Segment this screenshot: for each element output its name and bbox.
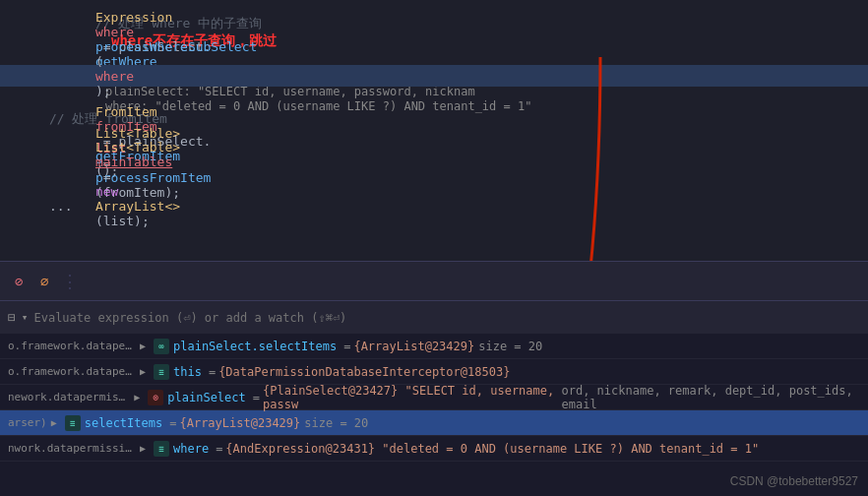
code-editor: // 处理 where 中的子查询 where不存在子查询，跳过 Express… <box>0 0 868 261</box>
var-type-icon: ⊙ <box>148 390 163 405</box>
var-type-icon: ≡ <box>154 441 169 457</box>
debug-stop-icon[interactable]: ⊘ <box>10 273 28 290</box>
filter-bar: ⊟ ▾ <box>0 300 868 334</box>
var-type-icon: ≡ <box>154 364 169 380</box>
toolbar-separator: ⋮ <box>61 271 79 291</box>
code-line-blank2: ... <box>0 195 868 217</box>
var-type-icon: ∞ <box>154 339 169 354</box>
filter-icon[interactable]: ⊟ <box>8 310 16 325</box>
variable-row[interactable]: o.framework.dataperm ▶ ≡ this = {DataPer… <box>0 359 868 385</box>
debug-area: ⊘ ∅ ⋮ ⊟ ▾ o.framework.dataperm ▶ ∞ plain… <box>0 261 868 496</box>
watermark: CSDN @tobebetter9527 <box>730 474 858 488</box>
variables-area: o.framework.dataperm ▶ ∞ plainSelect.sel… <box>0 334 868 496</box>
debug-step-icon[interactable]: ∅ <box>35 273 53 290</box>
variable-row-where[interactable]: nwork.datapermission.c ▶ ≡ where = {AndE… <box>0 436 868 462</box>
code-line-maintables: List<Table> mainTables = new ArrayList<>… <box>0 173 868 195</box>
debug-toolbar: ⊘ ∅ ⋮ <box>0 261 868 300</box>
filter-chevron-icon[interactable]: ▾ <box>22 311 29 324</box>
evaluate-input[interactable] <box>33 311 860 325</box>
variable-row-selected[interactable]: arser) ▶ ≡ selectItems = {ArrayList@2342… <box>0 410 868 436</box>
variable-row[interactable]: o.framework.dataperm ▶ ∞ plainSelect.sel… <box>0 334 868 359</box>
variable-row[interactable]: nework.datapermission ▶ ⊙ plainSelect = … <box>0 385 868 410</box>
var-type-icon: ≡ <box>65 415 81 431</box>
code-line-process-where: processWhereSubSelect ( where ); where: … <box>0 65 868 87</box>
